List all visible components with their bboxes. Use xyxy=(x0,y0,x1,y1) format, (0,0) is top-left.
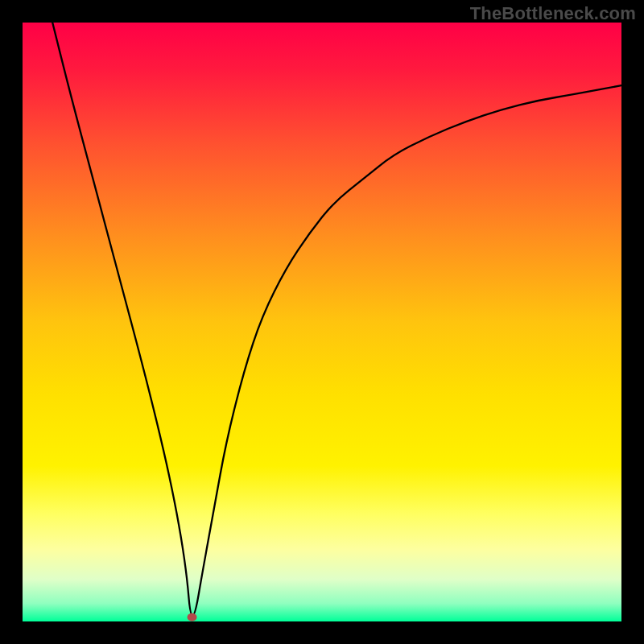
watermark-text: TheBottleneck.com xyxy=(470,3,636,24)
plot-area xyxy=(23,23,621,621)
chart-svg xyxy=(23,23,621,621)
chart-frame: TheBottleneck.com xyxy=(0,0,644,644)
gradient-background xyxy=(23,23,621,621)
minimum-marker xyxy=(188,613,197,621)
